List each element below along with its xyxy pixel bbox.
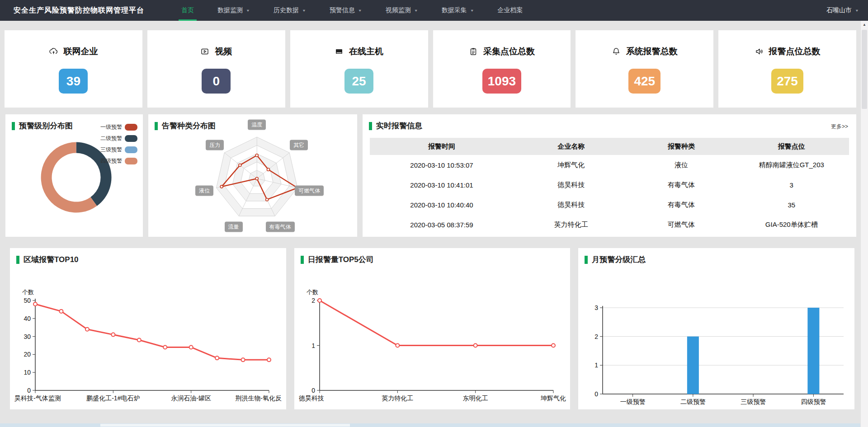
cell-alarm-point: 精醇南罐液位GT_203 [734, 155, 849, 175]
nav-label: 历史数据 [274, 6, 299, 14]
svg-text:鹏盛化工-1#电石炉: 鹏盛化工-1#电石炉 [86, 394, 140, 402]
more-link[interactable]: 更多>> [831, 123, 848, 131]
horizontal-scrollbar-thumb[interactable] [100, 424, 350, 427]
cell-alarm-point: 35 [734, 195, 849, 215]
svg-text:2: 2 [595, 333, 599, 340]
legend-item: 二级预警 [100, 133, 137, 144]
radar-axis-label: 其它 [290, 140, 308, 150]
svg-text:英力特化工: 英力特化工 [382, 394, 413, 402]
panel-title: 区域报警TOP10 [16, 254, 79, 265]
svg-text:四级预警: 四级预警 [801, 398, 826, 405]
nav-item-video-monitor[interactable]: 视频监测 ▼ [374, 0, 430, 21]
kpi-label: 在线主机 [349, 46, 383, 57]
title-bar-icon [155, 122, 158, 130]
table-row: 2020-03-05 08:37:59 英力特化工 可燃气体 GIA-520单体… [370, 215, 849, 235]
daily-top5-panel: 日报警量TOP5公司 个数012德昊科技英力特化工东明化工坤辉气化 [294, 248, 571, 409]
vertical-scrollbar[interactable]: ▲ [860, 21, 868, 427]
table-row: 2020-03-10 10:41:01 德昊科技 有毒气体 3 [370, 175, 849, 195]
kpi-value-badge: 25 [344, 69, 373, 94]
scroll-up-icon[interactable]: ▲ [861, 21, 868, 28]
cell-alarm-type: 液位 [628, 155, 734, 175]
kpi-value-badge: 1093 [482, 69, 521, 94]
nav-item-home[interactable]: 首页 [170, 0, 206, 21]
kpi-card-collection-points: 采集点位总数 1093 [433, 30, 571, 108]
nav-item-enterprise-archive[interactable]: 企业档案 [486, 0, 535, 21]
title-bar-icon [585, 256, 588, 264]
chevron-down-icon: ▼ [414, 9, 418, 13]
kpi-label: 系统报警总数 [626, 46, 678, 57]
cell-alarm-time: 2020-03-10 10:40:40 [370, 195, 514, 215]
legend-item: 三级预警 [100, 144, 137, 155]
svg-text:东明化工: 东明化工 [462, 394, 488, 402]
donut-legend: 一级预警 二级预警 三级预警 四级预警 [100, 122, 137, 167]
panel-title-text: 实时报警信息 [376, 121, 422, 131]
legend-label: 四级预警 [100, 157, 122, 165]
svg-text:10: 10 [24, 369, 31, 376]
kpi-card-alarm-points: 报警点位总数 275 [718, 30, 856, 108]
cell-alarm-time: 2020-03-10 10:41:01 [370, 175, 514, 195]
column-header: 报警时间 [370, 138, 514, 155]
legend-item: 一级预警 [100, 122, 137, 133]
svg-text:40: 40 [24, 315, 31, 322]
cell-alarm-time: 2020-03-05 08:37:59 [370, 215, 514, 235]
chevron-down-icon: ▼ [358, 9, 362, 13]
chevron-down-icon: ▼ [246, 9, 250, 13]
nav-label: 预警信息 [330, 6, 355, 14]
cell-alarm-point: GIA-520单体贮槽 [734, 215, 849, 235]
vertical-scrollbar-thumb[interactable] [862, 30, 867, 109]
kpi-card-video: 视频 0 [147, 30, 285, 108]
nav-item-data-monitor[interactable]: 数据监测 ▼ [206, 0, 262, 21]
title-bar-icon [16, 256, 19, 264]
region-top10-chart: 个数01020304050昊科技-气体监测鹏盛化工-1#电石炉永润石油-罐区荆洪… [14, 268, 282, 406]
kpi-card-online-hosts: 在线主机 25 [290, 30, 428, 108]
svg-text:二级预警: 二级预警 [680, 398, 706, 405]
realtime-alarm-table: 报警时间 企业名称 报警种类 报警点位 2020-03-10 10:53:07 … [370, 138, 849, 235]
bell-icon [612, 47, 621, 56]
clipboard-icon [469, 47, 478, 56]
kpi-label: 联网企业 [63, 46, 98, 57]
title-bar-icon [301, 256, 304, 264]
nav-item-data-collection[interactable]: 数据采集 ▼ [430, 0, 486, 21]
cell-alarm-point: 3 [734, 175, 849, 195]
region-selector[interactable]: 石嘴山市 ▼ [826, 6, 859, 14]
svg-text:德昊科技: 德昊科技 [299, 394, 324, 402]
svg-text:一级预警: 一级预警 [620, 398, 646, 405]
kpi-value-badge: 39 [59, 69, 88, 94]
svg-text:三级预警: 三级预警 [741, 398, 766, 405]
nav-label: 视频监测 [386, 6, 411, 14]
speaker-icon [755, 47, 764, 56]
legend-swatch [125, 146, 137, 153]
cell-alarm-time: 2020-03-10 10:53:07 [370, 155, 514, 175]
video-icon [200, 47, 209, 56]
chevron-down-icon: ▼ [302, 9, 306, 13]
cell-alarm-type: 可燃气体 [628, 215, 734, 235]
radar-axis-label: 有毒气体 [266, 222, 295, 232]
svg-text:2: 2 [311, 297, 315, 304]
svg-text:30: 30 [24, 333, 31, 340]
nav-label: 数据监测 [217, 6, 243, 14]
panel-title: 日报警量TOP5公司 [301, 254, 374, 265]
chevron-down-icon: ▼ [470, 9, 474, 13]
alarm-type-radar-chart: 温度其它可燃气体有毒气体流量液位压力 [148, 114, 357, 237]
bottom-row: 区域报警TOP10 个数01020304050昊科技-气体监测鹏盛化工-1#电石… [10, 248, 854, 409]
column-header: 报警种类 [628, 138, 734, 155]
panel-title: 告警种类分布图 [155, 121, 216, 131]
title-bar-icon [12, 122, 15, 130]
column-header: 企业名称 [514, 138, 628, 155]
legend-swatch [125, 124, 137, 131]
nav-item-warning-info[interactable]: 预警信息 ▼ [318, 0, 374, 21]
horizontal-scrollbar[interactable] [0, 423, 860, 427]
panel-title: 月预警分级汇总 [585, 254, 646, 265]
svg-text:0: 0 [595, 390, 599, 398]
legend-label: 二级预警 [100, 135, 122, 142]
nav-item-history-data[interactable]: 历史数据 ▼ [262, 0, 318, 21]
daily-top5-chart: 个数012德昊科技英力特化工东明化工坤辉气化 [299, 268, 566, 406]
radar-axis-label: 压力 [206, 140, 224, 150]
cell-enterprise: 德昊科技 [514, 195, 628, 215]
kpi-label: 采集点位总数 [483, 46, 535, 57]
panel-title-text: 预警级别分布图 [19, 121, 73, 131]
panel-title-text: 告警种类分布图 [162, 121, 216, 131]
kpi-label: 报警点位总数 [769, 46, 821, 57]
svg-text:50: 50 [24, 297, 31, 304]
svg-text:坤辉气化: 坤辉气化 [540, 394, 566, 402]
